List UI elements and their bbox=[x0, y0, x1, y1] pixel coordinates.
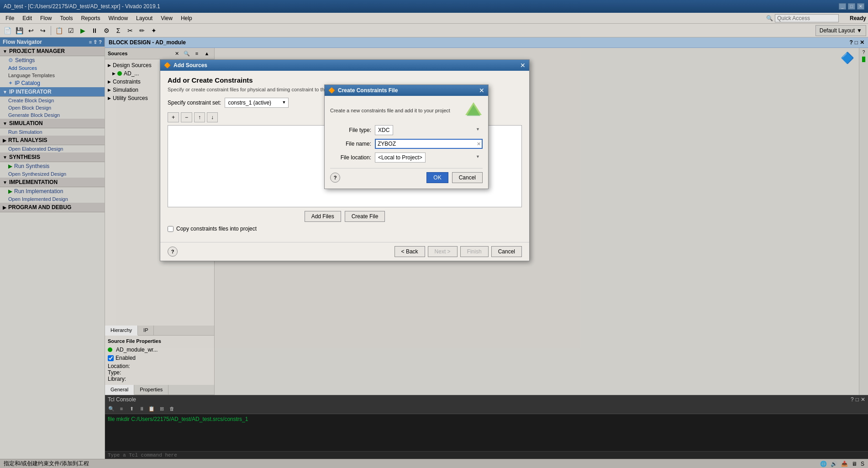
create-constraints-subtitle: Create a new constraints file and add it… bbox=[330, 108, 460, 113]
file-name-input[interactable] bbox=[375, 139, 483, 149]
dialog-bottom-actions: ? < Back Next > Finish Cancel bbox=[160, 242, 529, 261]
add-file-plus-btn[interactable]: + bbox=[168, 112, 179, 122]
add-sources-cancel-btn[interactable]: Cancel bbox=[491, 246, 522, 257]
create-constraints-subtitle-row: Create a new constraints file and add it… bbox=[330, 101, 483, 120]
file-type-select[interactable]: XDC bbox=[375, 125, 393, 135]
create-constraints-titlebar: 🔶 Create Constraints File ✕ bbox=[325, 85, 488, 96]
file-location-select-wrap: <Local to Project> bbox=[375, 152, 483, 163]
next-btn[interactable]: Next > bbox=[428, 246, 458, 257]
file-type-label: File type: bbox=[330, 127, 371, 133]
add-sources-close-btn[interactable]: ✕ bbox=[520, 62, 526, 69]
add-sources-icon: 🔶 bbox=[164, 62, 171, 68]
nav-buttons: < Back Next > Finish Cancel bbox=[395, 246, 522, 257]
ok-btn[interactable]: OK bbox=[426, 172, 448, 183]
create-constraints-close-btn[interactable]: ✕ bbox=[479, 87, 484, 94]
add-sources-title-row: 🔶 Add Sources bbox=[164, 62, 207, 68]
file-name-input-wrap: ✕ bbox=[375, 139, 483, 149]
file-type-row: File type: XDC bbox=[330, 125, 483, 135]
add-sources-titlebar: 🔶 Add Sources ✕ bbox=[160, 60, 529, 71]
move-up-btn[interactable]: ↑ bbox=[194, 112, 205, 122]
remove-file-btn[interactable]: − bbox=[181, 112, 192, 122]
file-name-label: File name: bbox=[330, 141, 371, 147]
file-name-clear-btn[interactable]: ✕ bbox=[477, 141, 481, 147]
file-location-label: File location: bbox=[330, 154, 371, 161]
finish-btn[interactable]: Finish bbox=[460, 246, 489, 257]
file-location-row: File location: <Local to Project> bbox=[330, 152, 483, 163]
create-constraints-logo bbox=[464, 101, 483, 120]
copy-constraints-label: Copy constraints files into project bbox=[176, 226, 257, 232]
create-constraints-dialog: 🔶 Create Constraints File ✕ Create a new… bbox=[324, 84, 489, 189]
constraint-set-select-wrap: constrs_1 (active) ▼ bbox=[225, 98, 289, 108]
file-type-select-wrap: XDC bbox=[375, 125, 483, 135]
file-location-select[interactable]: <Local to Project> bbox=[375, 152, 426, 163]
create-constraints-buttons: OK Cancel bbox=[426, 172, 483, 183]
file-name-row: File name: ✕ bbox=[330, 139, 483, 149]
add-sources-heading: Add or Create Constraints bbox=[168, 76, 522, 84]
create-constraints-title-label: Create Constraints File bbox=[338, 87, 398, 94]
create-constraints-body: Create a new constraints file and add it… bbox=[325, 96, 488, 189]
create-constraints-help-btn[interactable]: ? bbox=[330, 173, 340, 183]
create-file-btn[interactable]: Create File bbox=[345, 211, 385, 222]
copy-constraints-row: Copy constraints files into project bbox=[168, 226, 522, 232]
add-files-btn[interactable]: Add Files bbox=[305, 211, 341, 222]
move-down-btn[interactable]: ↓ bbox=[207, 112, 218, 122]
add-sources-help-btn[interactable]: ? bbox=[168, 247, 178, 257]
create-constraints-title-row: 🔶 Create Constraints File bbox=[328, 87, 398, 94]
constraint-set-select[interactable]: constrs_1 (active) bbox=[225, 98, 289, 108]
create-constraints-cancel-btn[interactable]: Cancel bbox=[452, 172, 483, 183]
copy-constraints-checkbox[interactable] bbox=[168, 226, 174, 232]
add-sources-title-label: Add Sources bbox=[174, 62, 207, 68]
gen-btn-row: Add Files Create File bbox=[168, 211, 522, 222]
constraint-set-label: Specify constraint set: bbox=[168, 100, 221, 106]
back-btn[interactable]: < Back bbox=[395, 246, 425, 257]
create-constraints-actions: ? OK Cancel bbox=[330, 168, 483, 183]
create-constraints-icon: 🔶 bbox=[328, 87, 335, 94]
